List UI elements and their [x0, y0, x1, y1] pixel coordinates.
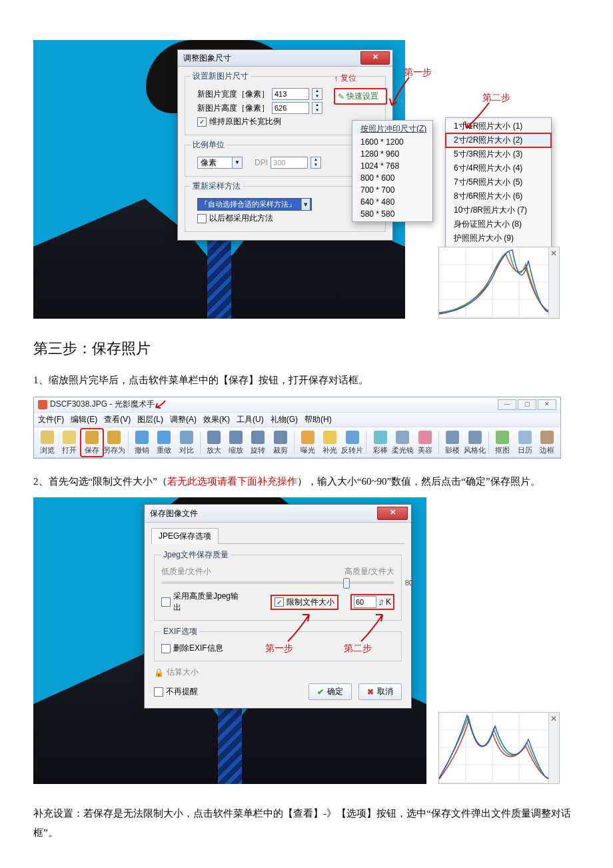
toolbar-label: 缩放	[229, 445, 243, 455]
print-size-submenu[interactable]: 1寸/1R照片大小 (1) 2寸/2R照片大小 (2) 5寸/3R照片大小 (3…	[445, 117, 552, 247]
print-size-item[interactable]: 身份证照片大小 (8)	[446, 217, 551, 231]
menu-help[interactable]: 帮助(H)	[305, 414, 332, 425]
height-input[interactable]: 626	[272, 102, 309, 114]
width-label: 新图片宽度［像素］	[197, 89, 269, 100]
toolbar-label: 柔光镜	[392, 445, 414, 455]
width-input[interactable]: 413	[272, 88, 309, 100]
quick-size-menu[interactable]: 按照片冲印尺寸(Z) 1600 * 1200 1280 * 960 1024 *…	[352, 120, 433, 222]
toolbar-button-另存为[interactable]: 另存为	[103, 429, 125, 456]
menu-effect[interactable]: 效果(K)	[203, 414, 230, 425]
panel-close-icon[interactable]: ✕	[548, 713, 558, 783]
size-item[interactable]: 1600 * 1200	[352, 136, 432, 148]
size-item[interactable]: 800 * 600	[352, 172, 432, 184]
toolbar-button-旋转[interactable]: 旋转	[247, 429, 269, 456]
keep-ratio-label: 维持原图片长宽比例	[209, 116, 281, 127]
group-resample-legend: 重新采样方法	[191, 181, 243, 192]
dpi-spinner[interactable]: ▲▼	[310, 157, 321, 169]
toolbar-label: 对比	[179, 445, 194, 455]
maximize-button[interactable]: ▢	[518, 399, 536, 410]
toolbar-button-放大[interactable]: 放大	[203, 429, 225, 456]
histogram-graph-icon	[439, 247, 548, 317]
quality-slider[interactable]: 80	[161, 581, 394, 584]
toolbar-button-边框[interactable]: 边框	[536, 429, 558, 456]
print-size-item[interactable]: 1寸/1R照片大小 (1)	[446, 119, 551, 133]
always-use-checkbox[interactable]	[197, 214, 207, 223]
menu-view[interactable]: 查看(V)	[104, 414, 131, 425]
toolbar-button-日历[interactable]: 日历	[514, 429, 535, 456]
toolbar-button-重做[interactable]: 重做	[153, 429, 175, 456]
toolbar-button-曝光[interactable]: 曝光	[297, 429, 318, 456]
toolbar-separator	[128, 431, 129, 454]
print-size-item[interactable]: 护照照片大小 (9)	[446, 231, 551, 245]
annotation-step1: 第一步	[265, 643, 293, 655]
stepper-icon[interactable]: ⮃	[378, 599, 384, 606]
print-size-item[interactable]: 6寸/4R照片大小 (4)	[446, 161, 551, 175]
toolbar-button-反转片[interactable]: 反转片	[341, 429, 363, 456]
resample-combo[interactable]: 『自动选择合适的采样方法』	[197, 198, 312, 211]
menu-file[interactable]: 文件(F)	[38, 414, 64, 425]
quick-settings-button[interactable]: ✎ 快速设置	[334, 88, 387, 105]
menu-gift[interactable]: 礼物(G)	[271, 414, 298, 425]
toolbar-button-撤销[interactable]: 撤销	[131, 429, 153, 456]
size-item[interactable]: 1280 * 960	[352, 148, 432, 160]
toolbar-button-浏览[interactable]: 浏览	[37, 429, 58, 456]
arrow-title-icon	[153, 399, 168, 410]
panel-close-icon[interactable]: ✕	[548, 247, 558, 318]
menu-edit[interactable]: 编辑(E)	[71, 414, 97, 425]
estimate-size-link[interactable]: 🔒 估算大小	[154, 667, 402, 678]
menu-tools[interactable]: 工具(U)	[237, 414, 264, 425]
limit-size-value-group: 60 ⮃ K	[350, 594, 394, 610]
width-spinner[interactable]: ▲▼	[312, 88, 322, 100]
no-remind-checkbox[interactable]	[154, 687, 163, 697]
print-size-item[interactable]: 7寸/5R照片大小 (5)	[446, 175, 551, 189]
toolbar-button-影楼[interactable]: 影楼	[442, 429, 463, 456]
toolbar-button-柔光镜[interactable]: 柔光镜	[392, 429, 414, 456]
window-buttons[interactable]: — ▢ ✕	[498, 399, 556, 410]
tab-jpeg[interactable]: JPEG保存选项	[151, 528, 219, 544]
app-titlebar[interactable]: DSCF3038.JPG - 光影魔术手 — ▢ ✕	[34, 397, 560, 412]
toolbar-button-美容[interactable]: 美容	[414, 429, 436, 456]
size-item[interactable]: 580 * 580	[352, 208, 432, 220]
cancel-button[interactable]: ✖ 取消	[358, 683, 402, 700]
height-spinner[interactable]: ▲▼	[312, 102, 322, 114]
ok-button[interactable]: ✔ 确定	[308, 683, 352, 700]
toolbar-button-打开[interactable]: 打开	[59, 429, 80, 456]
print-size-item[interactable]: 8寸/6R照片大小 (6)	[446, 189, 551, 203]
limit-size-input[interactable]: 60	[354, 596, 376, 608]
close-button[interactable]: ✕	[538, 399, 556, 410]
toolbar-button-裁剪[interactable]: 裁剪	[270, 429, 291, 456]
unit-combo[interactable]: 像素 ▼	[197, 157, 243, 169]
toolbar-button-风格化[interactable]: 风格化	[464, 429, 486, 456]
menu-layer[interactable]: 图层(L)	[137, 414, 163, 425]
menubar[interactable]: 文件(F) 编辑(E) 查看(V) 图层(L) 调整(A) 效果(K) 工具(U…	[34, 412, 560, 427]
menu-header[interactable]: 按照片冲印尺寸(Z)	[352, 122, 432, 136]
toolbar-button-补光[interactable]: 补光	[319, 429, 340, 456]
toolbar-icon	[229, 431, 243, 444]
size-item[interactable]: 1024 * 768	[352, 160, 432, 172]
minimize-button[interactable]: —	[498, 399, 516, 410]
close-button[interactable]: ✕	[377, 507, 408, 520]
close-button[interactable]: ✕	[360, 51, 390, 65]
reset-button[interactable]: ↑ 复位	[334, 73, 387, 84]
dialog-titlebar[interactable]: 调整图象尺寸 ✕	[178, 50, 392, 67]
print-size-item-selected[interactable]: 2寸/2R照片大小 (2)	[446, 133, 551, 147]
hq-output-checkbox[interactable]	[161, 597, 171, 607]
print-size-item[interactable]: 10寸/8R照片大小 (7)	[446, 203, 551, 217]
toolbar-icon	[85, 431, 99, 444]
toolbar-button-抠图[interactable]: 抠图	[492, 429, 513, 456]
menu-adjust[interactable]: 调整(A)	[170, 414, 197, 425]
size-item[interactable]: 640 * 480	[352, 196, 432, 208]
size-item[interactable]: 700 * 700	[352, 184, 432, 196]
lock-icon: 🔒	[154, 668, 164, 677]
toolbar-button-对比[interactable]: 对比	[175, 429, 197, 456]
save-dialog-titlebar[interactable]: 保存图像文件 ✕	[145, 505, 411, 523]
toolbar-button-彩棒[interactable]: 彩棒	[369, 429, 390, 456]
toolbar-button-缩放[interactable]: 缩放	[225, 429, 247, 456]
keep-ratio-checkbox[interactable]: ✓	[197, 117, 207, 127]
limit-size-checkbox[interactable]: ✓	[275, 597, 284, 607]
toolbar-button-保存[interactable]: 保存	[81, 429, 103, 456]
print-size-item[interactable]: 5寸/3R照片大小 (3)	[446, 147, 551, 161]
delete-exif-label: 删除EXIF信息	[173, 643, 223, 654]
dpi-input[interactable]: 300	[271, 157, 308, 169]
delete-exif-checkbox[interactable]	[161, 644, 171, 653]
